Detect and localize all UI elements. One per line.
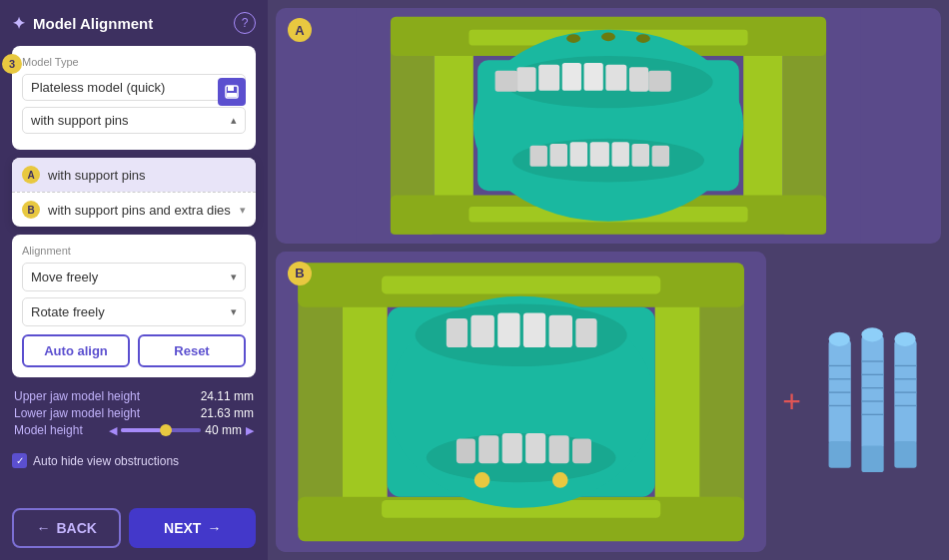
sidebar-footer: ← BACK NEXT → [12,508,256,548]
svg-rect-1 [228,86,234,91]
viewport-b: B [276,252,766,552]
svg-rect-17 [562,63,581,91]
svg-rect-38 [655,279,700,524]
rotate-freely-arrow-icon: ▾ [231,305,237,318]
svg-rect-15 [516,67,535,91]
dropdown-menu: A with support pins B with support pins … [12,158,256,227]
lower-jaw-label: Lower jaw model height [14,406,140,420]
model-type-select[interactable]: Plateless model (quick) ▾ [22,74,246,101]
align-buttons: Auto align Reset [22,334,246,367]
model-alignment-icon: ✦ [12,14,25,33]
svg-point-78 [894,332,915,346]
alignment-card: Alignment Move freely ▾ Rotate freely ▾ … [12,235,256,377]
support-pins-arrow-icon: ▴ [231,114,237,127]
rotate-freely-select[interactable]: Rotate freely ▾ [22,297,246,326]
lower-jaw-value: 21.63 mm [201,406,254,420]
extras-area: + [774,252,941,552]
svg-rect-27 [590,142,609,166]
slider-thumb[interactable] [160,424,172,436]
back-label: BACK [57,520,97,536]
svg-rect-51 [575,318,596,347]
item-label-b: with support pins and extra dies [48,203,231,218]
auto-hide-label: Auto hide view obstructions [33,454,179,468]
svg-rect-18 [584,63,603,91]
next-button[interactable]: NEXT → [129,508,256,548]
bottom-area: B [276,252,941,552]
svg-rect-36 [343,279,388,524]
upper-jaw-value: 24.11 mm [201,389,254,403]
next-label: NEXT [164,520,201,536]
model-height-value: 40 mm [205,423,242,437]
svg-rect-37 [694,274,744,530]
svg-rect-22 [648,71,671,92]
sidebar: ✦ Model Alignment ? 3 Model Type Platele… [0,0,268,560]
model-3d-b [276,252,766,552]
svg-rect-49 [523,312,545,347]
svg-rect-47 [471,314,493,346]
sidebar-title-text: Model Alignment [33,15,153,32]
item-label-a: with support pins [48,168,146,183]
height-decrease-icon[interactable]: ◀ [109,424,117,437]
svg-rect-25 [550,144,567,167]
alignment-label: Alignment [22,245,246,257]
upper-jaw-stat: Upper jaw model height 24.11 mm [14,389,254,403]
item-badge-b: B [22,201,40,219]
svg-rect-62 [829,441,851,468]
viewport-b-label: B [288,262,312,285]
svg-rect-69 [861,446,883,473]
model-height-row: Model height ◀ 40 mm ▶ [14,423,254,437]
svg-rect-46 [447,318,468,347]
svg-rect-20 [629,67,648,91]
support-pins-select[interactable]: with support pins ▴ [22,107,246,134]
auto-align-button[interactable]: Auto align [22,334,130,367]
svg-point-60 [552,472,568,488]
svg-rect-58 [572,438,591,463]
save-icon [224,84,240,100]
auto-hide-checkbox[interactable]: ✓ [12,453,27,468]
svg-point-33 [636,34,650,43]
svg-rect-21 [495,71,518,92]
height-increase-icon[interactable]: ▶ [246,424,254,437]
sidebar-header: ✦ Model Alignment ? [12,12,256,34]
svg-rect-54 [478,435,498,463]
save-button[interactable] [218,78,246,106]
svg-point-70 [861,327,882,341]
back-button[interactable]: ← BACK [12,508,121,548]
stats-section: Upper jaw model height 24.11 mm Lower ja… [12,385,256,441]
svg-rect-2 [227,93,237,97]
model-type-label: Model Type [22,56,246,68]
svg-point-59 [474,472,490,488]
back-arrow-icon: ← [37,520,51,536]
svg-rect-24 [529,146,546,167]
pins-model [813,321,933,481]
height-control: ◀ 40 mm ▶ [109,423,254,437]
svg-rect-48 [497,312,519,347]
model-3d-a [276,8,941,244]
model-type-card: 3 Model Type Plateless model (quick) ▾ w… [12,46,256,150]
main-content: A [268,0,949,560]
dropdown-item-a[interactable]: A with support pins [12,158,256,192]
sidebar-title: ✦ Model Alignment [12,14,153,33]
svg-rect-53 [457,438,475,463]
help-button[interactable]: ? [234,12,256,34]
svg-rect-50 [549,314,572,346]
upper-jaw-label: Upper jaw model height [14,389,140,403]
dropdown-item-b[interactable]: B with support pins and extra dies ▾ [12,193,256,227]
step-badge: 3 [2,54,22,74]
svg-rect-41 [382,276,660,293]
move-freely-select[interactable]: Move freely ▾ [22,263,246,291]
svg-rect-68 [861,335,883,451]
height-slider[interactable] [121,428,201,432]
move-freely-label: Move freely [31,270,98,284]
svg-rect-29 [632,144,649,167]
svg-rect-56 [525,433,545,463]
reset-button[interactable]: Reset [138,334,246,367]
svg-point-63 [829,332,850,346]
model-height-label: Model height [14,423,83,437]
svg-point-31 [566,34,580,43]
support-pins-value: with support pins [31,113,129,128]
lower-jaw-stat: Lower jaw model height 21.63 mm [14,406,254,420]
svg-rect-57 [549,435,569,463]
move-freely-arrow-icon: ▾ [231,271,237,283]
svg-rect-30 [652,146,669,167]
